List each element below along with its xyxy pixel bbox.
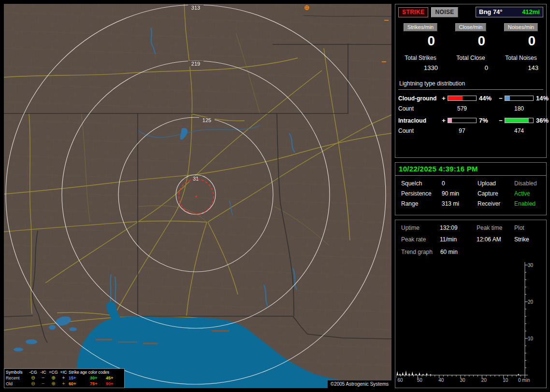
count-label: Count: [398, 127, 440, 134]
strike-stats-panel: STRIKE NOISE Bng 74° 412mi Strikes/min 0…: [395, 4, 547, 158]
pos-ic-old-icon: +: [58, 381, 69, 387]
status-panel: 10/22/2025 4:39:16 PM Squelch 0 Upload D…: [395, 162, 547, 215]
strike-rate-spikes: [396, 370, 525, 375]
age-codes-header: Strike age color codes: [69, 369, 120, 375]
total-strikes-label: Total Strikes: [395, 55, 446, 61]
bearing-label: Bng 74°: [479, 8, 503, 15]
map-svg: 313 219 125 31: [4, 4, 391, 388]
plus-sign: +: [441, 95, 447, 102]
ic-minus-bar: [505, 118, 534, 123]
squelch-value: 0: [442, 180, 478, 187]
intracloud-row: Intracloud + 7% − 36%: [395, 117, 546, 124]
range-label: Range: [401, 200, 442, 207]
uptime-value: 132:09: [440, 224, 477, 231]
intracloud-label: Intracloud: [398, 117, 440, 124]
rate-counters: Strikes/min 0 Total Strikes 1330 Close/m…: [395, 22, 546, 71]
age-90-label: 90+: [106, 381, 120, 387]
trend-panel: Uptime 132:09 Peak time Plot Peak rate 1…: [395, 220, 547, 388]
ic-plus-percent: 7%: [478, 117, 497, 124]
ring-label-313: 313: [191, 5, 200, 11]
ic-plus-bar: [448, 118, 477, 123]
range-value: 313 mi: [442, 200, 478, 207]
x-tick-0: 0 min: [518, 378, 530, 383]
ic-plus-count: 97: [448, 127, 477, 134]
total-noises-value: 143: [496, 64, 546, 71]
legend-old-label: Old: [6, 381, 28, 387]
strike-legend: Symbols -CG -IC +CG +IC Strike age color…: [4, 368, 125, 388]
noises-per-min-value: 0: [496, 33, 546, 49]
upload-label: Upload: [478, 180, 514, 187]
legend-col-pos-cg: +CG: [48, 369, 58, 375]
bearing-distance: 412mi: [522, 8, 540, 15]
uptime-label: Uptime: [401, 224, 440, 231]
distribution-title: Lightning type distribution: [398, 80, 543, 90]
ring-label-125: 125: [203, 117, 211, 123]
legend-symbols-header: Symbols: [6, 369, 28, 375]
neg-cg-old-icon: ⊖: [28, 381, 38, 387]
x-tick-20: 20: [481, 378, 487, 383]
x-tick-10: 10: [503, 378, 508, 383]
total-close-value: 0: [446, 64, 496, 71]
cg-minus-bar: [505, 96, 534, 101]
copyright: ©2005 Astrogenic Systems: [328, 380, 391, 388]
pos-cg-old-icon: ⊕: [48, 381, 58, 387]
plus-sign: +: [441, 117, 447, 124]
cg-minus-count: 180: [505, 105, 534, 112]
y-tick-10: 10: [528, 336, 534, 341]
cg-plus-bar: [448, 96, 477, 101]
persistence-value: 90 min: [442, 190, 478, 197]
receiver-value: Enabled: [514, 200, 546, 207]
graph-ticks: [396, 265, 528, 378]
ic-minus-percent: 36%: [535, 117, 550, 124]
strikes-column: Strikes/min 0 Total Strikes 1330: [395, 22, 446, 71]
age-30-label: 30+: [90, 375, 106, 381]
y-tick-30: 30: [528, 263, 534, 268]
total-close-label: Total Close: [446, 55, 496, 61]
close-per-min-label: Close/min: [455, 23, 487, 31]
noise-button[interactable]: NOISE: [431, 7, 458, 17]
trend-graph: 30 20 10 60 50 40 30 20 10 0 min: [396, 258, 545, 385]
persistence-label: Persistence: [401, 190, 442, 197]
peak-time-label: Peak time: [477, 224, 514, 231]
age-60-label: 60+: [69, 381, 90, 387]
legend-col-neg-ic: -IC: [38, 369, 48, 375]
y-tick-20: 20: [528, 299, 534, 305]
total-strikes-value: 1330: [395, 64, 446, 71]
sidebar: STRIKE NOISE Bng 74° 412mi Strikes/min 0…: [395, 4, 547, 388]
x-tick-50: 50: [417, 378, 423, 383]
capture-value: Active: [514, 190, 546, 197]
capture-label: Capture: [478, 190, 514, 197]
age-15-label: 15+: [69, 375, 90, 381]
squelch-label: Squelch: [401, 180, 442, 187]
graph-axes: [396, 262, 525, 375]
neg-cg-recent-icon: ⊖: [28, 375, 38, 381]
legend-recent-label: Recent: [6, 375, 28, 381]
age-75-label: 75+: [90, 381, 106, 387]
noises-column: Noises/min 0 Total Noises 143: [496, 22, 546, 71]
plot-label: Plot: [514, 224, 546, 231]
x-tick-30: 30: [460, 378, 465, 383]
peak-rate-label: Peak rate: [401, 236, 440, 243]
ic-minus-count: 474: [505, 127, 534, 134]
neg-ic-old-icon: −: [38, 381, 48, 387]
datetime-display: 10/22/2025 4:39:16 PM: [395, 163, 546, 176]
minus-sign: −: [498, 117, 504, 124]
intracloud-count-row: Count 97 474: [395, 127, 546, 134]
neg-ic-recent-icon: −: [38, 375, 48, 381]
bearing-display: Bng 74° 412mi: [476, 7, 543, 17]
total-noises-label: Total Noises: [496, 55, 546, 61]
strikes-per-min-value: 0: [395, 33, 446, 49]
x-tick-60: 60: [397, 378, 403, 383]
noises-per-min-label: Noises/min: [504, 23, 538, 31]
strike-button[interactable]: STRIKE: [398, 7, 428, 17]
minus-sign: −: [498, 95, 504, 102]
trend-graph-value: 60 min: [440, 249, 458, 255]
ring-label-219: 219: [191, 61, 200, 67]
map-area[interactable]: 313 219 125 31: [4, 4, 391, 388]
cg-plus-percent: 44%: [478, 95, 497, 102]
cloud-ground-count-row: Count 579 180: [395, 105, 546, 112]
close-per-min-value: 0: [446, 33, 496, 49]
cg-plus-count: 579: [448, 105, 477, 112]
pos-ic-recent-icon: +: [58, 375, 69, 381]
legend-col-neg-cg: -CG: [28, 369, 38, 375]
